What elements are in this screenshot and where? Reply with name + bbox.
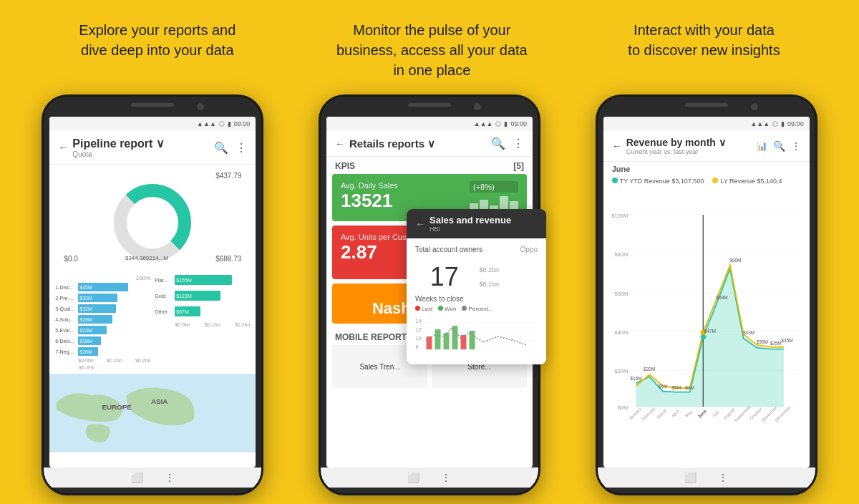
fc-back-icon[interactable]: ← <box>415 218 425 230</box>
donut-section: $437.79 $0.0 $344.369214...M $688.73 <box>49 165 256 272</box>
kpis-label: KPIS [5] <box>326 157 533 174</box>
svg-text:April: April <box>670 409 680 419</box>
svg-text:$0M: $0M <box>617 404 628 411</box>
signal-icon: ▲▲▲ <box>197 120 216 127</box>
svg-text:$35M: $35M <box>770 341 781 346</box>
bar-label-1: 1-Disc... <box>55 285 78 290</box>
more-icon-3[interactable]: ⋮ <box>791 140 801 152</box>
bars-right: Plat... $155M Gold $123M Other $67M $0.0… <box>155 275 250 371</box>
bar-chart-icon[interactable]: 📊 <box>757 141 767 151</box>
revenue-chart-area: $100M $80M $60M $40M $20M $0M <box>603 189 810 432</box>
svg-text:$5M: $5M <box>671 385 681 390</box>
p3-header-icons: 📊 🔍 ⋮ <box>757 140 801 152</box>
svg-rect-17 <box>460 335 466 349</box>
battery-icon-3: ▮ <box>781 120 785 127</box>
revenue-chart-svg: $100M $80M $60M $40M $20M $0M <box>609 192 804 432</box>
bar-right-label-3: Other <box>155 309 175 314</box>
bar-right-fill-1: $155M <box>175 275 232 285</box>
fc-legend-lost: Lost <box>415 306 432 312</box>
menu-icon-3[interactable]: ⋮ <box>718 472 728 483</box>
bar-percent-label: 100% <box>55 275 150 281</box>
bar-right-row-3: Other $67M <box>155 306 250 316</box>
bar-right-label-1: Plat... <box>155 278 175 283</box>
headlines-row: Explore your reports anddive deep into y… <box>0 0 859 94</box>
svg-text:ASIA: ASIA <box>151 397 168 405</box>
phone-2-camera <box>474 103 481 110</box>
fc-legend-won: Won <box>438 306 456 312</box>
phone-3-camera <box>751 103 758 110</box>
legend-ly: LY Revenue $5,140,4 <box>712 178 782 185</box>
svg-text:$35M: $35M <box>781 338 792 343</box>
svg-text:$40M: $40M <box>614 329 628 336</box>
p1-header: ← Pipeline report ∨ Quota 🔍 ⋮ <box>49 131 256 165</box>
p2-header-icons: 🔍 ⋮ <box>491 137 524 150</box>
kpi-green-title: Avg. Daily Sales <box>341 181 398 190</box>
phone-1-bottom-bar: ⬜ ⋮ <box>44 467 261 488</box>
bar-row-7: 7-Neg... $16M <box>55 347 150 356</box>
home-icon[interactable]: ⬜ <box>131 472 143 483</box>
svg-text:July: July <box>711 409 720 418</box>
phone-2-status-bar: ▲▲▲ ⬡ ▮ 09:00 <box>326 117 533 131</box>
fc-accounts-row: Total account owners Oppo <box>415 246 538 253</box>
bar-label-2: 2-Pre-... <box>55 296 78 301</box>
phone-3-status-bar: ▲▲▲ ⬡ ▮ 09:00 <box>603 117 810 131</box>
fc-legend: Lost Won Percent... <box>415 306 538 312</box>
p1-report-title: Pipeline report ∨ <box>72 137 164 150</box>
menu-icon[interactable]: ⋮ <box>165 472 175 483</box>
kpis-count: [5] <box>513 161 524 171</box>
phone-1-top-bar <box>44 97 261 117</box>
phones-row: ▲▲▲ ⬡ ▮ 09:00 ← Pipeline report ∨ Quota … <box>0 94 859 504</box>
bar-fill-4: $29M <box>78 315 112 324</box>
p3-report-subtitle: Current year vs. last year <box>626 148 726 155</box>
bar-axis-right: $0.0bn$0.1bn$0.2bn <box>155 322 250 327</box>
svg-text:$6M: $6M <box>658 384 667 389</box>
kpis-text: KPIS <box>335 161 355 171</box>
svg-rect-14 <box>435 329 440 349</box>
bar-row-4: 4-Solu... $29M <box>55 315 150 324</box>
kpi-green-value: 13521 <box>341 190 398 212</box>
back-icon-3[interactable]: ← <box>612 140 622 152</box>
signal-icon-3: ▲▲▲ <box>750 120 770 127</box>
search-icon-3[interactable]: 🔍 <box>773 140 785 152</box>
more-icon-2[interactable]: ⋮ <box>513 137 524 150</box>
more-icon[interactable]: ⋮ <box>236 141 247 155</box>
time-display: 09:00 <box>234 120 251 127</box>
p3-title-group: Revenue by month ∨ Current year vs. last… <box>626 137 726 155</box>
phone-3-top-bar <box>598 97 815 117</box>
fc-oppo-values: $0.2bn $0.1bn <box>479 266 538 288</box>
svg-text:$80M: $80M <box>614 251 628 258</box>
fc-subtitle: HBI <box>430 226 511 233</box>
wifi-icon: ⬡ <box>219 120 225 127</box>
search-icon-2[interactable]: 🔍 <box>491 137 505 150</box>
phone-1-status-bar: ▲▲▲ ⬡ ▮ 09:00 <box>49 117 256 131</box>
bar-row-5: 5-Eval... $23M <box>55 326 150 334</box>
fc-legend-pct: Percent... <box>462 306 492 312</box>
home-icon-2[interactable]: ⬜ <box>407 472 419 483</box>
svg-text:June: June <box>697 408 707 419</box>
donut-labels: $0.0 $344.369214...M $688.73 <box>57 255 248 263</box>
p3-header-left: ← Revenue by month ∨ Current year vs. la… <box>612 137 726 155</box>
menu-icon-2[interactable]: ⋮ <box>441 472 451 483</box>
bar-row-6: 6-Deci... $18M <box>55 336 150 345</box>
svg-text:February: February <box>640 405 656 422</box>
bar-fill-6: $18M <box>78 336 101 345</box>
phone-2-bottom-bar: ⬜ ⋮ <box>321 467 538 488</box>
phone-3: ▲▲▲ ⬡ ▮ 09:00 ← Revenue by month ∨ Curre… <box>596 94 817 495</box>
phone-2-top-bar <box>321 97 538 117</box>
fc-header: ← Sales and revenue HBI <box>407 209 546 238</box>
donut-top-value: $437.79 <box>57 172 248 180</box>
back-icon-2[interactable]: ← <box>335 138 345 150</box>
phone-1-screen: ▲▲▲ ⬡ ▮ 09:00 ← Pipeline report ∨ Quota … <box>49 117 256 467</box>
svg-point-33 <box>700 334 706 340</box>
svg-text:$47M: $47M <box>704 329 715 334</box>
donut-label-right: $688.73 <box>215 255 241 263</box>
phone-1-speaker <box>131 103 174 107</box>
search-icon[interactable]: 🔍 <box>214 141 228 155</box>
fc-values-row: 17 $0.2bn $0.1bn <box>415 259 538 295</box>
bar-bottom-percent: 36.6% <box>55 364 150 371</box>
home-icon-3[interactable]: ⬜ <box>684 472 697 483</box>
svg-text:September: September <box>732 404 751 423</box>
back-icon[interactable]: ← <box>58 142 68 153</box>
map-section: EUROPE ASIA <box>49 374 256 452</box>
bar-right-fill-2: $123M <box>175 291 220 301</box>
